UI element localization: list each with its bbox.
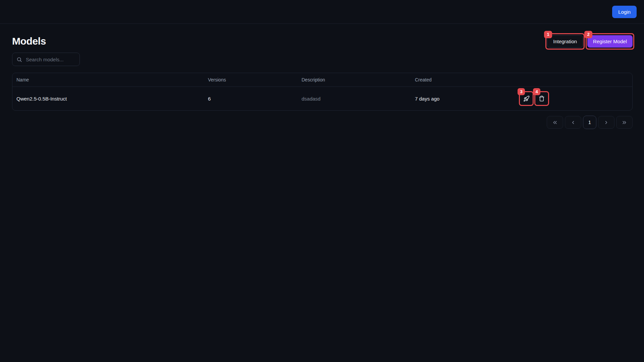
app: Login Models 1 Integration 2 Register Mo… xyxy=(0,0,644,362)
row-actions: 3 4 xyxy=(520,93,632,105)
trash-icon xyxy=(539,96,545,102)
register-model-button[interactable]: Register Model xyxy=(587,35,633,48)
page-1-button[interactable]: 1 xyxy=(583,116,596,129)
table-header-row: Name Versions Description Created xyxy=(12,73,632,87)
chevrons-right-icon xyxy=(622,120,627,125)
model-name-cell: Qwen2.5-0.5B-Instruct xyxy=(12,96,208,102)
models-page: Models 1 Integration 2 Register Model xyxy=(0,24,644,129)
last-page-button[interactable] xyxy=(616,116,633,129)
login-button[interactable]: Login xyxy=(612,6,637,18)
first-page-button[interactable] xyxy=(547,116,563,129)
chevron-right-icon xyxy=(603,120,609,125)
header-actions: 1 Integration 2 Register Model xyxy=(547,35,633,48)
models-table: Name Versions Description Created Qwen2.… xyxy=(12,73,633,111)
top-bar: Login xyxy=(0,0,644,24)
integration-button[interactable]: Integration xyxy=(547,35,583,48)
column-header-description: Description xyxy=(302,77,415,82)
page-title: Models xyxy=(12,36,46,47)
column-header-versions: Versions xyxy=(208,77,302,82)
pagination: 1 xyxy=(12,116,633,129)
annotation-badge-1: 1 xyxy=(544,31,552,38)
column-header-name: Name xyxy=(12,77,208,82)
annotation-badge-2: 2 xyxy=(584,31,592,38)
search-input[interactable] xyxy=(25,56,75,63)
next-page-button[interactable] xyxy=(598,116,614,129)
table-row[interactable]: Qwen2.5-0.5B-Instruct 6 dsadasd 7 days a… xyxy=(12,87,632,110)
column-header-created: Created xyxy=(415,77,520,82)
annotation-badge-3: 3 xyxy=(518,88,525,95)
annotation-mark-3: 3 xyxy=(520,93,532,105)
versions-cell: 6 xyxy=(208,96,302,102)
previous-page-button[interactable] xyxy=(565,116,581,129)
annotation-mark-1: 1 Integration xyxy=(547,35,583,48)
search-icon xyxy=(16,57,22,62)
rocket-icon xyxy=(523,96,530,102)
annotation-badge-4: 4 xyxy=(533,88,540,95)
search-box xyxy=(12,53,80,66)
chevron-left-icon xyxy=(570,120,576,125)
created-cell: 7 days ago xyxy=(415,96,520,102)
chevrons-left-icon xyxy=(552,120,558,125)
description-cell: dsadasd xyxy=(302,96,415,102)
annotation-mark-4: 4 xyxy=(536,93,548,105)
page-header: Models 1 Integration 2 Register Model xyxy=(12,34,633,49)
annotation-mark-2: 2 Register Model xyxy=(587,35,633,48)
